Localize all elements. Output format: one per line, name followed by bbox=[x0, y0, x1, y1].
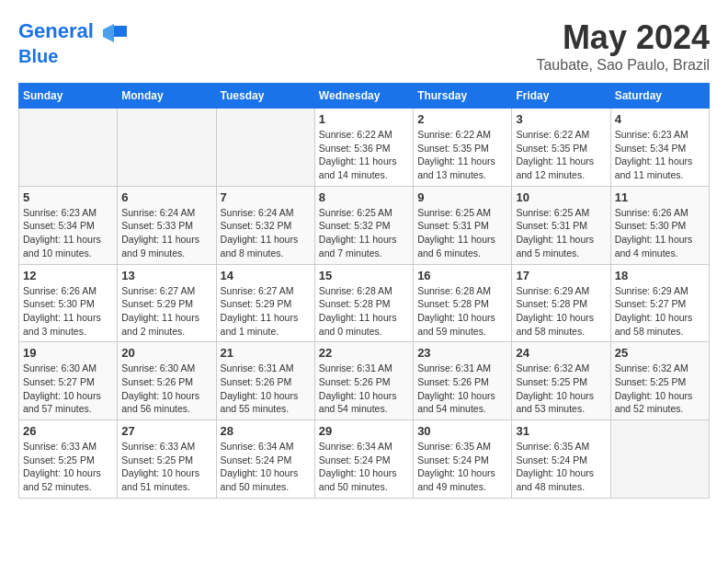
day-info: Sunrise: 6:35 AM Sunset: 5:24 PM Dayligh… bbox=[417, 440, 507, 494]
calendar-cell: 16Sunrise: 6:28 AM Sunset: 5:28 PM Dayli… bbox=[414, 264, 512, 342]
weekday-header-friday: Friday bbox=[512, 84, 610, 109]
calendar-cell: 9Sunrise: 6:25 AM Sunset: 5:31 PM Daylig… bbox=[414, 186, 512, 264]
day-number: 15 bbox=[319, 269, 409, 282]
day-number: 30 bbox=[417, 424, 507, 438]
day-number: 23 bbox=[417, 346, 507, 360]
day-info: Sunrise: 6:25 AM Sunset: 5:31 PM Dayligh… bbox=[417, 206, 507, 260]
calendar-cell: 24Sunrise: 6:32 AM Sunset: 5:25 PM Dayli… bbox=[512, 342, 610, 420]
day-info: Sunrise: 6:32 AM Sunset: 5:25 PM Dayligh… bbox=[615, 362, 705, 416]
calendar-cell: 2Sunrise: 6:22 AM Sunset: 5:35 PM Daylig… bbox=[414, 109, 512, 187]
day-info: Sunrise: 6:35 AM Sunset: 5:24 PM Dayligh… bbox=[516, 440, 606, 494]
calendar-cell bbox=[610, 420, 709, 499]
day-info: Sunrise: 6:30 AM Sunset: 5:26 PM Dayligh… bbox=[121, 362, 211, 416]
day-number: 16 bbox=[417, 269, 507, 282]
page-header: General Blue May 2024 Taubate, Sao Paulo… bbox=[18, 18, 710, 74]
day-info: Sunrise: 6:33 AM Sunset: 5:25 PM Dayligh… bbox=[121, 440, 211, 494]
calendar-cell: 5Sunrise: 6:23 AM Sunset: 5:34 PM Daylig… bbox=[19, 186, 118, 264]
calendar-cell: 21Sunrise: 6:31 AM Sunset: 5:26 PM Dayli… bbox=[216, 342, 314, 420]
calendar-cell: 31Sunrise: 6:35 AM Sunset: 5:24 PM Dayli… bbox=[512, 420, 610, 499]
day-number: 7 bbox=[221, 190, 311, 204]
calendar-cell: 23Sunrise: 6:31 AM Sunset: 5:26 PM Dayli… bbox=[414, 342, 512, 420]
day-number: 8 bbox=[319, 190, 409, 204]
calendar-cell: 19Sunrise: 6:30 AM Sunset: 5:27 PM Dayli… bbox=[19, 342, 118, 420]
calendar-cell: 1Sunrise: 6:22 AM Sunset: 5:36 PM Daylig… bbox=[314, 109, 413, 187]
calendar-cell: 25Sunrise: 6:32 AM Sunset: 5:25 PM Dayli… bbox=[610, 342, 709, 420]
week-row-5: 26Sunrise: 6:33 AM Sunset: 5:25 PM Dayli… bbox=[19, 420, 710, 499]
day-number: 13 bbox=[121, 269, 211, 282]
calendar-cell bbox=[118, 109, 216, 187]
day-number: 25 bbox=[615, 346, 705, 360]
calendar-cell: 10Sunrise: 6:25 AM Sunset: 5:31 PM Dayli… bbox=[512, 186, 610, 264]
day-info: Sunrise: 6:24 AM Sunset: 5:32 PM Dayligh… bbox=[221, 206, 311, 260]
calendar-cell: 14Sunrise: 6:27 AM Sunset: 5:29 PM Dayli… bbox=[216, 264, 314, 342]
week-row-1: 1Sunrise: 6:22 AM Sunset: 5:36 PM Daylig… bbox=[19, 109, 710, 187]
calendar-cell: 22Sunrise: 6:31 AM Sunset: 5:26 PM Dayli… bbox=[314, 342, 413, 420]
day-number: 29 bbox=[319, 424, 409, 438]
title-block: May 2024 Taubate, Sao Paulo, Brazil bbox=[536, 18, 710, 74]
day-info: Sunrise: 6:29 AM Sunset: 5:27 PM Dayligh… bbox=[615, 284, 705, 339]
calendar-cell: 6Sunrise: 6:24 AM Sunset: 5:33 PM Daylig… bbox=[118, 186, 216, 264]
subtitle: Taubate, Sao Paulo, Brazil bbox=[536, 57, 710, 74]
day-number: 24 bbox=[516, 346, 606, 360]
calendar-cell: 11Sunrise: 6:26 AM Sunset: 5:30 PM Dayli… bbox=[610, 186, 709, 264]
day-number: 21 bbox=[221, 346, 311, 360]
day-number: 4 bbox=[615, 112, 705, 126]
day-number: 3 bbox=[516, 112, 606, 126]
week-row-2: 5Sunrise: 6:23 AM Sunset: 5:34 PM Daylig… bbox=[19, 186, 710, 264]
calendar-cell: 13Sunrise: 6:27 AM Sunset: 5:29 PM Dayli… bbox=[118, 264, 216, 342]
weekday-header-row: SundayMondayTuesdayWednesdayThursdayFrid… bbox=[19, 84, 710, 109]
day-info: Sunrise: 6:28 AM Sunset: 5:28 PM Dayligh… bbox=[319, 284, 409, 339]
calendar-cell: 29Sunrise: 6:34 AM Sunset: 5:24 PM Dayli… bbox=[314, 420, 413, 499]
calendar-cell: 28Sunrise: 6:34 AM Sunset: 5:24 PM Dayli… bbox=[216, 420, 314, 499]
calendar-cell: 26Sunrise: 6:33 AM Sunset: 5:25 PM Dayli… bbox=[19, 420, 118, 499]
calendar-cell: 30Sunrise: 6:35 AM Sunset: 5:24 PM Dayli… bbox=[414, 420, 512, 499]
day-info: Sunrise: 6:23 AM Sunset: 5:34 PM Dayligh… bbox=[615, 128, 705, 182]
day-info: Sunrise: 6:28 AM Sunset: 5:28 PM Dayligh… bbox=[417, 284, 507, 339]
day-info: Sunrise: 6:25 AM Sunset: 5:32 PM Dayligh… bbox=[319, 206, 409, 260]
day-number: 1 bbox=[319, 112, 409, 126]
calendar-cell bbox=[19, 109, 118, 187]
day-info: Sunrise: 6:34 AM Sunset: 5:24 PM Dayligh… bbox=[221, 440, 311, 494]
weekday-header-wednesday: Wednesday bbox=[314, 84, 413, 109]
day-info: Sunrise: 6:34 AM Sunset: 5:24 PM Dayligh… bbox=[319, 440, 409, 494]
calendar-cell: 17Sunrise: 6:29 AM Sunset: 5:28 PM Dayli… bbox=[512, 264, 610, 342]
week-row-4: 19Sunrise: 6:30 AM Sunset: 5:27 PM Dayli… bbox=[19, 342, 710, 420]
logo-line2: Blue bbox=[18, 46, 129, 66]
main-title: May 2024 bbox=[536, 18, 710, 57]
svg-marker-1 bbox=[103, 24, 114, 42]
day-info: Sunrise: 6:33 AM Sunset: 5:25 PM Dayligh… bbox=[23, 440, 113, 494]
day-info: Sunrise: 6:31 AM Sunset: 5:26 PM Dayligh… bbox=[319, 362, 409, 416]
day-info: Sunrise: 6:24 AM Sunset: 5:33 PM Dayligh… bbox=[121, 206, 211, 260]
calendar-cell: 15Sunrise: 6:28 AM Sunset: 5:28 PM Dayli… bbox=[314, 264, 413, 342]
day-number: 28 bbox=[221, 424, 311, 438]
day-number: 20 bbox=[121, 346, 211, 360]
day-info: Sunrise: 6:23 AM Sunset: 5:34 PM Dayligh… bbox=[23, 206, 113, 260]
day-number: 14 bbox=[221, 269, 311, 282]
day-number: 11 bbox=[615, 190, 705, 204]
calendar-table: SundayMondayTuesdayWednesdayThursdayFrid… bbox=[18, 83, 710, 499]
day-number: 18 bbox=[615, 269, 705, 282]
day-number: 10 bbox=[516, 190, 606, 204]
day-info: Sunrise: 6:31 AM Sunset: 5:26 PM Dayligh… bbox=[221, 362, 311, 416]
day-info: Sunrise: 6:26 AM Sunset: 5:30 PM Dayligh… bbox=[23, 284, 113, 339]
day-number: 31 bbox=[516, 424, 606, 438]
logo-text: General bbox=[18, 18, 129, 46]
weekday-header-thursday: Thursday bbox=[414, 84, 512, 109]
day-info: Sunrise: 6:29 AM Sunset: 5:28 PM Dayligh… bbox=[516, 284, 606, 339]
day-info: Sunrise: 6:27 AM Sunset: 5:29 PM Dayligh… bbox=[121, 284, 211, 339]
day-number: 26 bbox=[23, 424, 113, 438]
calendar-cell: 27Sunrise: 6:33 AM Sunset: 5:25 PM Dayli… bbox=[118, 420, 216, 499]
calendar-cell: 4Sunrise: 6:23 AM Sunset: 5:34 PM Daylig… bbox=[610, 109, 709, 187]
day-number: 19 bbox=[23, 346, 113, 360]
weekday-header-tuesday: Tuesday bbox=[216, 84, 314, 109]
weekday-header-saturday: Saturday bbox=[610, 84, 709, 109]
calendar-cell: 8Sunrise: 6:25 AM Sunset: 5:32 PM Daylig… bbox=[314, 186, 413, 264]
week-row-3: 12Sunrise: 6:26 AM Sunset: 5:30 PM Dayli… bbox=[19, 264, 710, 342]
day-info: Sunrise: 6:30 AM Sunset: 5:27 PM Dayligh… bbox=[23, 362, 113, 416]
calendar-cell: 20Sunrise: 6:30 AM Sunset: 5:26 PM Dayli… bbox=[118, 342, 216, 420]
day-number: 12 bbox=[23, 269, 113, 282]
day-number: 27 bbox=[121, 424, 211, 438]
calendar-cell: 12Sunrise: 6:26 AM Sunset: 5:30 PM Dayli… bbox=[19, 264, 118, 342]
logo: General Blue bbox=[18, 18, 129, 66]
day-info: Sunrise: 6:22 AM Sunset: 5:35 PM Dayligh… bbox=[417, 128, 507, 182]
